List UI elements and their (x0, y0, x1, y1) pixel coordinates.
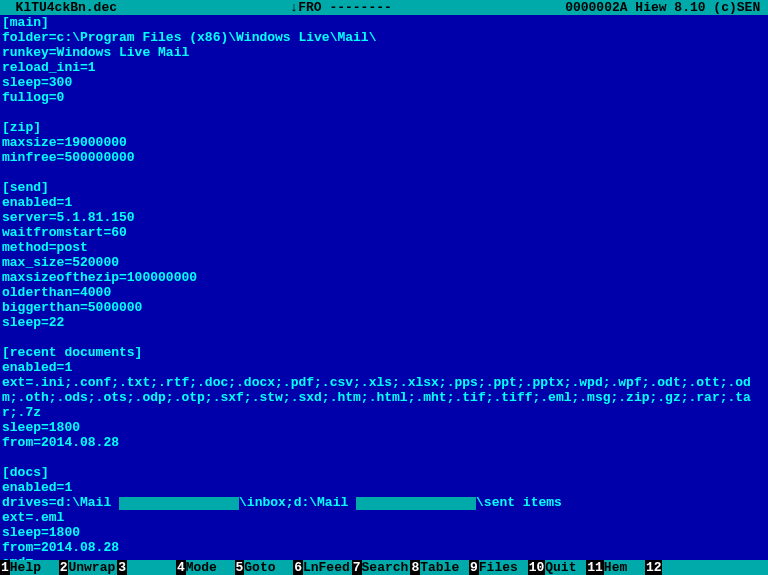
fkey-label: Quit (545, 560, 586, 575)
redacted-block (356, 497, 476, 510)
fkey-12[interactable]: 12 (645, 560, 704, 575)
content-line: enabled=1 (2, 195, 766, 210)
fkey-number: 9 (469, 560, 479, 575)
title-bar: KlTU4ckBn.dec ↓FRO -------- 0000002A Hie… (0, 0, 768, 15)
fkey-label: Unwrap (68, 560, 117, 575)
fkey-label (662, 560, 703, 575)
content-line: olderthan=4000 (2, 285, 766, 300)
drives-line: drives=d:\Mail \inbox;d:\Mail \sent item… (2, 495, 766, 510)
fkey-5[interactable]: 5Goto (235, 560, 294, 575)
section-header: [zip] (2, 120, 766, 135)
fkey-number: 5 (235, 560, 245, 575)
content-line: maxsize=19000000 (2, 135, 766, 150)
function-key-bar: 1Help 2Unwrap3 4Mode 5Goto 6LnFeed7Searc… (0, 560, 768, 575)
redacted-block (119, 497, 239, 510)
content-line: maxsizeofthezip=100000000 (2, 270, 766, 285)
content-line: sleep=300 (2, 75, 766, 90)
content-line: method=post (2, 240, 766, 255)
content-line: m;.oth;.ods;.ots;.odp;.otp;.sxf;.stw;.sx… (2, 390, 766, 405)
content-line: biggerthan=5000000 (2, 300, 766, 315)
fkey-label: Search (362, 560, 411, 575)
fkey-label: LnFeed (303, 560, 352, 575)
content-line: from=2014.08.28 (2, 540, 766, 555)
content-line: max_size=520000 (2, 255, 766, 270)
fkey-number: 2 (59, 560, 69, 575)
fkey-8[interactable]: 8Table (410, 560, 469, 575)
content-line: runkey=Windows Live Mail (2, 45, 766, 60)
section-header: [main] (2, 15, 766, 30)
fkey-4[interactable]: 4Mode (176, 560, 235, 575)
content-line: waitfromstart=60 (2, 225, 766, 240)
fkey-number: 7 (352, 560, 362, 575)
content-line: sleep=22 (2, 315, 766, 330)
mode-indicator: ↓FRO -------- (117, 0, 565, 15)
content-line: reload_ini=1 (2, 60, 766, 75)
content-line: r;.7z (2, 405, 766, 420)
content-line: folder=c:\Program Files (x86)\Windows Li… (2, 30, 766, 45)
blank-line (2, 165, 766, 180)
filename: KlTU4ckBn.dec (0, 0, 117, 15)
fkey-number: 8 (410, 560, 420, 575)
content-line: sleep=1800 (2, 525, 766, 540)
content-line: minfree=500000000 (2, 150, 766, 165)
fkey-11[interactable]: 11Hem (586, 560, 645, 575)
fkey-number: 6 (293, 560, 303, 575)
fkey-number: 12 (645, 560, 663, 575)
content-line: fullog=0 (2, 90, 766, 105)
content-line: ext=.ini;.conf;.txt;.rtf;.doc;.docx;.pdf… (2, 375, 766, 390)
offset-and-app: 0000002A Hiew 8.10 (c)SEN (565, 0, 768, 15)
content-line: server=5.1.81.150 (2, 210, 766, 225)
fkey-label: Goto (244, 560, 293, 575)
fkey-9[interactable]: 9Files (469, 560, 528, 575)
fkey-3[interactable]: 3 (117, 560, 176, 575)
fkey-label: Files (479, 560, 528, 575)
section-header: [recent documents] (2, 345, 766, 360)
fkey-10[interactable]: 10Quit (528, 560, 587, 575)
content-line: from=2014.08.28 (2, 435, 766, 450)
blank-line (2, 105, 766, 120)
content-line: sleep=1800 (2, 420, 766, 435)
content-line: ext=.eml (2, 510, 766, 525)
fkey-number: 3 (117, 560, 127, 575)
hex-viewer-content: [main]folder=c:\Program Files (x86)\Wind… (0, 15, 768, 560)
fkey-7[interactable]: 7Search (352, 560, 411, 575)
fkey-label: Mode (186, 560, 235, 575)
section-header: [docs] (2, 465, 766, 480)
fkey-number: 11 (586, 560, 604, 575)
fkey-1[interactable]: 1Help (0, 560, 59, 575)
fkey-number: 10 (528, 560, 546, 575)
fkey-number: 1 (0, 560, 10, 575)
fkey-label: Table (420, 560, 469, 575)
section-header: [send] (2, 180, 766, 195)
fkey-2[interactable]: 2Unwrap (59, 560, 118, 575)
blank-line (2, 330, 766, 345)
fkey-label: Help (10, 560, 59, 575)
content-line: enabled=1 (2, 360, 766, 375)
fkey-6[interactable]: 6LnFeed (293, 560, 352, 575)
blank-line (2, 450, 766, 465)
content-line: enabled=1 (2, 480, 766, 495)
fkey-number: 4 (176, 560, 186, 575)
fkey-label (127, 560, 176, 575)
fkey-label: Hem (604, 560, 645, 575)
